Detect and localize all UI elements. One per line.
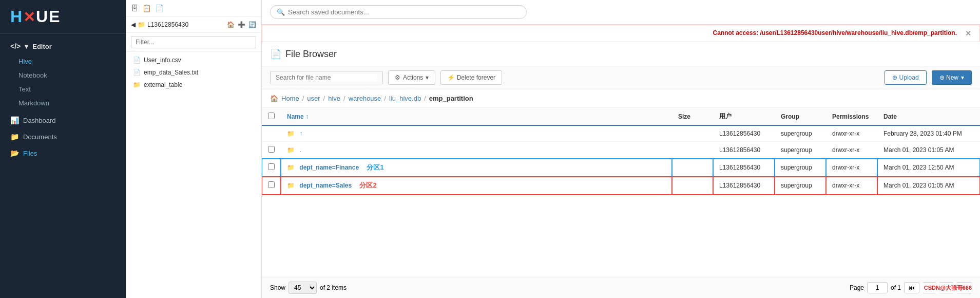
checkbox-sales[interactable]	[268, 181, 275, 188]
sidebar-item-dashboard[interactable]: 📊 Dashboard	[0, 112, 126, 128]
list-item[interactable]: 📄 emp_data_Sales.txt	[126, 66, 261, 79]
th-date[interactable]: Date	[877, 108, 980, 125]
td-group-up: supergroup	[775, 125, 826, 142]
sidebar-item-hive[interactable]: Hive	[0, 54, 126, 68]
folder-icon-3: 📁	[133, 81, 141, 88]
td-group-finance: supergroup	[775, 159, 826, 177]
breadcrumb-liu-hive-db[interactable]: liu_hive.db	[389, 95, 421, 102]
td-date-up: February 28, 2023 01:40 PM	[877, 125, 980, 142]
file-link-finance[interactable]: dept_name=Finance	[299, 164, 359, 171]
checkbox-dot[interactable]	[268, 146, 275, 153]
td-user-dot: L13612856430	[713, 142, 775, 159]
file-tree-path-label: L13612856430	[147, 21, 188, 28]
file-tree-icons: 🗄 📋 📄	[131, 4, 164, 12]
th-user[interactable]: 用户	[713, 108, 775, 125]
th-date-label: Date	[883, 113, 897, 120]
file-tree-panel: 🗄 📋 📄 ◀ 📁 L13612856430 🏠 ➕ 🔄 📄 User_info…	[126, 0, 262, 298]
sidebar-item-markdown[interactable]: Markdown	[0, 96, 126, 110]
td-checkbox-sales	[262, 177, 281, 195]
documents-icon: 📁	[10, 133, 19, 141]
file-name-3: external_table	[144, 81, 182, 88]
actions-button[interactable]: ⚙ Actions ▾	[388, 70, 435, 85]
actions-arrow-icon: ▾	[426, 74, 429, 81]
upload-button[interactable]: ⊕ Upload	[885, 70, 926, 85]
page-input[interactable]	[867, 282, 888, 293]
error-message: Cannot access: /user/L13612856430user/hi…	[713, 29, 957, 36]
sidebar-item-files[interactable]: 📂 Files	[0, 145, 126, 161]
sidebar-item-text[interactable]: Text	[0, 82, 126, 96]
sidebar-item-documents[interactable]: 📁 Documents	[0, 128, 126, 145]
file-search-input[interactable]	[276, 74, 377, 81]
logo: H✕UE	[10, 7, 116, 26]
th-size-label: Size	[678, 113, 690, 120]
file-code-icon[interactable]: 📄	[155, 4, 164, 12]
checkbox-finance[interactable]	[268, 163, 275, 170]
file-link-sales[interactable]: dept_name=Sales	[299, 182, 352, 189]
select-all-checkbox[interactable]	[268, 113, 275, 119]
database-icon[interactable]: 🗄	[131, 4, 138, 12]
th-name-label: Name	[287, 113, 304, 120]
global-search-input[interactable]	[288, 8, 520, 16]
table-header-row: Name ↑ Size 用户 Group Permi	[262, 108, 980, 125]
actions-label: Actions	[403, 74, 423, 81]
files-icon: 📂	[10, 149, 19, 157]
new-label: ⊕ New	[939, 74, 958, 81]
td-name-up: 📁 ↑	[281, 125, 672, 142]
td-date-finance: March 01, 2023 12:50 AM	[877, 159, 980, 177]
th-checkbox[interactable]	[262, 108, 281, 125]
breadcrumb-home[interactable]: Home	[281, 95, 299, 102]
breadcrumb-user[interactable]: user	[307, 95, 320, 102]
editor-label: Editor	[32, 43, 52, 50]
dashboard-label: Dashboard	[23, 117, 56, 124]
td-size-up	[672, 125, 713, 142]
breadcrumb-hive[interactable]: hive	[328, 95, 340, 102]
path-back-icon[interactable]: ◀	[131, 21, 136, 28]
delete-forever-button[interactable]: ⚡ Delete forever	[440, 70, 502, 85]
first-page-button[interactable]: ⏮	[904, 282, 919, 293]
upload-label: ⊕ Upload	[892, 74, 918, 81]
folder-dot-icon: 📁	[287, 146, 295, 154]
browser-title-icon: 📄	[270, 48, 281, 60]
show-select[interactable]: 45 100 200	[289, 282, 317, 294]
add-path-icon[interactable]: ➕	[238, 21, 245, 28]
td-group-sales: supergroup	[775, 177, 826, 195]
show-select-area: Show 45 100 200 of 2 items	[270, 282, 347, 294]
file-tree-path: ◀ 📁 L13612856430 🏠 ➕ 🔄	[126, 17, 261, 33]
markdown-label: Markdown	[18, 99, 49, 107]
file-tree-header: 🗄 📋 📄	[126, 0, 261, 17]
breadcrumb-sep-5: /	[424, 95, 426, 102]
file-tree-path-actions: 🏠 ➕ 🔄	[227, 21, 256, 28]
refresh-path-icon[interactable]: 🔄	[248, 21, 256, 28]
editor-section: </> ▾ Editor Hive Notebook Text Markdown	[0, 38, 126, 110]
error-close-button[interactable]: ✕	[965, 29, 971, 38]
td-name-finance: 📁 dept_name=Finance 分区1	[281, 159, 672, 177]
td-group-dot: supergroup	[775, 142, 826, 159]
sidebar-item-editor[interactable]: </> ▾ Editor	[0, 38, 126, 54]
th-group-label: Group	[781, 113, 799, 120]
of-pages-label: of 1	[891, 284, 901, 291]
th-permissions[interactable]: Permissions	[826, 108, 877, 125]
td-user-finance: L13612856430	[713, 159, 775, 177]
breadcrumb-warehouse[interactable]: warehouse	[349, 95, 381, 102]
breadcrumb-sep-2: /	[323, 95, 325, 102]
new-button[interactable]: ⊕ New ▾	[932, 70, 972, 85]
table-row: 📁 dept_name=Sales 分区2 L13612856430 super…	[262, 177, 980, 195]
browser-header: 📄 File Browser	[262, 42, 980, 66]
file-link-up[interactable]: ↑	[299, 130, 302, 137]
th-name[interactable]: Name ↑	[281, 108, 672, 125]
table-row: 📁 dept_name=Finance 分区1 L13612856430 sup…	[262, 159, 980, 177]
file-icon-1: 📄	[133, 57, 141, 64]
list-item[interactable]: 📄 User_info.csv	[126, 54, 261, 66]
breadcrumb-current: emp_partition	[429, 95, 473, 102]
th-permissions-label: Permissions	[832, 113, 869, 120]
file-alt-icon[interactable]: 📋	[142, 4, 151, 12]
th-group[interactable]: Group	[775, 108, 826, 125]
main-content: 🔍 Cannot access: /user/L13612856430user/…	[262, 0, 980, 298]
home-path-icon[interactable]: 🏠	[227, 21, 235, 28]
table-row: 📁 ↑ L13612856430 supergroup drwxr-xr-x F…	[262, 125, 980, 142]
filter-input[interactable]	[131, 36, 256, 48]
sidebar-item-notebook[interactable]: Notebook	[0, 68, 126, 82]
td-size-finance	[672, 159, 713, 177]
th-size[interactable]: Size	[672, 108, 713, 125]
list-item[interactable]: 📁 external_table	[126, 79, 261, 91]
